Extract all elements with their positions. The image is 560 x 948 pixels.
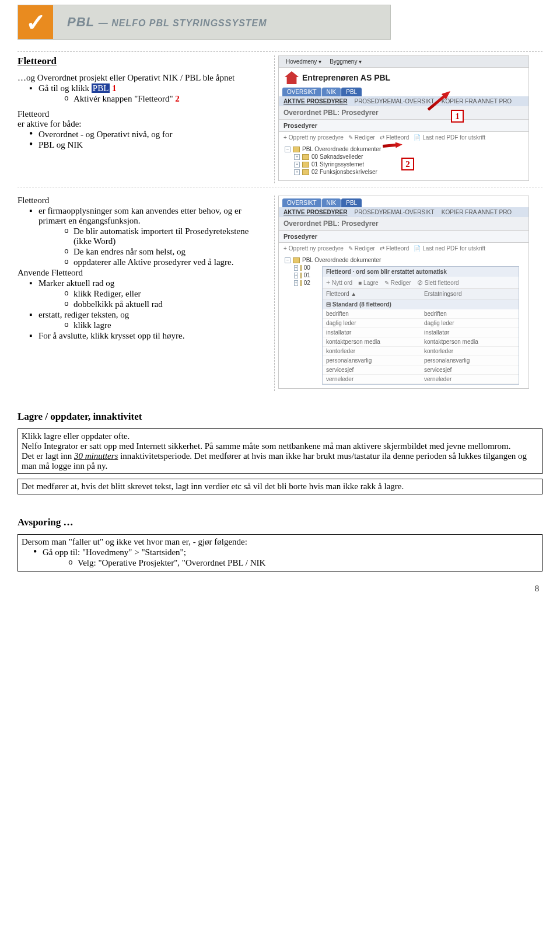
expand-icon[interactable]: + — [294, 169, 300, 175]
table-row[interactable]: kontaktperson mediakontaktperson media — [323, 337, 519, 347]
cell-fletteord: kontorleder — [323, 347, 421, 356]
ss2-toolbar: +Opprett ny prosedyre ✎Rediger ⇄Fletteor… — [279, 243, 528, 254]
table-row[interactable]: vernelederverneleder — [323, 375, 519, 384]
delete-icon: ⊘ — [417, 278, 423, 287]
cell-fletteord: kontaktperson media — [323, 337, 421, 346]
table-row[interactable]: daglig lederdaglig leder — [323, 319, 519, 328]
cell-erstat: personalansvarlig — [421, 356, 519, 365]
ss2-tree-root-label: PBL Overordnede dokumenter — [302, 257, 381, 263]
table-row[interactable]: servicesjefservicesjef — [323, 365, 519, 375]
tab-pbl[interactable]: PBL — [341, 88, 362, 96]
lagre-3: Det er lagt inn 30 minutters innaktivite… — [22, 451, 538, 471]
ss2-sec: Prosedyrer — [279, 230, 528, 243]
ss2-tree-02[interactable]: +02 — [285, 279, 308, 287]
popup-tool-save[interactable]: ■Lagre — [358, 278, 379, 287]
expand-icon[interactable]: + — [294, 154, 300, 160]
expand-icon[interactable]: + — [294, 162, 300, 168]
expand-icon[interactable]: + — [294, 273, 298, 278]
table-row[interactable]: kontorlederkontorleder — [323, 347, 519, 356]
screenshot-2: Oversikt NIK PBL Aktive prosedyrer Prose… — [278, 196, 529, 389]
checkmark-icon: ✓ — [26, 8, 46, 37]
cell-erstat: kontorleder — [421, 347, 519, 356]
ss2-tool-flette[interactable]: ⇄Fletteord — [380, 245, 409, 252]
ss1-tool-edit[interactable]: ✎Rediger — [348, 134, 375, 141]
ss2-subtab-aktive[interactable]: Aktive prosedyrer — [284, 209, 347, 215]
table-row[interactable]: bedriftenbedriften — [323, 309, 519, 319]
popup-tool-edit[interactable]: ✎Rediger — [384, 278, 411, 287]
ss2-tab-pbl[interactable]: PBL — [341, 198, 362, 207]
ss1-tool-new[interactable]: +Opprett ny prosedyre — [284, 134, 344, 141]
col-fletteord[interactable]: Fletteord ▲ — [323, 289, 421, 299]
popup-title: Fletteord · ord som blir erstattet autom… — [323, 267, 519, 277]
ss1-tool-pdf[interactable]: 📄Last ned PDF for utskrift — [414, 134, 485, 141]
red-1: 1 — [112, 83, 117, 93]
popup-tool-delete[interactable]: ⊘Slett fletteord — [417, 278, 459, 287]
ss2-tool-pdf[interactable]: 📄Last ned PDF for utskrift — [414, 245, 485, 252]
marker-2: 2 — [401, 158, 414, 170]
avsporing-heading: Avsporing … — [18, 517, 542, 528]
fletteord-intro-row: Fletteord …og Overordnet prosjekt eller … — [18, 51, 542, 187]
ss2-subtab-kopier[interactable]: Kopier fra annet pro — [442, 209, 512, 215]
table-row[interactable]: installatørinstallatør — [323, 328, 519, 337]
ss2-tool-new-label: Opprett ny prosedyre — [289, 245, 344, 252]
fl-dot-1: Overordnet - og Operativt nivå, og for — [18, 130, 268, 140]
ss1-title: Entreprenøren AS PBL — [302, 73, 390, 82]
banner-logo-box: ✓ — [18, 5, 53, 39]
ss2-tab-oversikt[interactable]: Oversikt — [282, 198, 321, 207]
ss1-tree-root[interactable]: −PBL Overordnede dokumenter — [285, 145, 523, 153]
house-icon — [285, 71, 299, 84]
col-erstat[interactable]: Erstatningsord — [421, 289, 519, 299]
cell-fletteord: daglig leder — [323, 319, 421, 327]
fl3-o3: oppdaterer alle Aktive prosedyrer ved å … — [38, 257, 268, 267]
swap-icon: ⇄ — [380, 134, 384, 141]
cell-erstat: daglig leder — [421, 319, 519, 327]
fl-both: er aktive for både: — [18, 119, 268, 129]
ss2-tree-02-label: 02 — [304, 280, 310, 286]
subtab-mal[interactable]: Prosedyremal-oversikt — [354, 98, 434, 104]
popup-tool-new[interactable]: +Nytt ord — [326, 278, 352, 287]
subtab-aktive[interactable]: Aktive prosedyrer — [284, 98, 347, 104]
ss2-tree-root[interactable]: −PBL Overordnede dokumenter — [285, 256, 523, 264]
ss2-tool-pdf-label: Last ned PDF for utskrift — [422, 245, 485, 252]
folder-icon — [300, 280, 302, 286]
popup-tool-delete-label: Slett fletteord — [425, 280, 459, 286]
folder-icon — [302, 162, 309, 168]
ss2-tree-01[interactable]: +01 — [285, 271, 308, 279]
cell-fletteord: servicesjef — [323, 365, 421, 374]
cell-fletteord: bedriften — [323, 309, 421, 318]
lagre-2: Nelfo Integrator er satt opp med Interne… — [22, 441, 538, 451]
ss2-tree-00[interactable]: +00 — [285, 264, 308, 271]
cell-erstat: servicesjef — [421, 365, 519, 374]
ss2-subtab-mal[interactable]: Prosedyremal-oversikt — [354, 209, 434, 215]
intro-line: …og Overordnet prosjekt eller Operativt … — [18, 73, 268, 83]
red-2: 2 — [175, 94, 180, 103]
ss2-tool-edit[interactable]: ✎Rediger — [348, 245, 375, 252]
collapse-icon[interactable]: − — [285, 147, 290, 152]
lagre-heading: Lagre / oppdater, innaktivitet — [18, 411, 542, 423]
tab-nik[interactable]: NIK — [322, 88, 341, 96]
ss2-tool-new[interactable]: +Opprett ny prosedyre — [284, 245, 344, 252]
ss1-tool-flette[interactable]: ⇄Fletteord — [380, 134, 409, 141]
tab-oversikt[interactable]: Oversikt — [282, 88, 321, 96]
ss2-heading: Overordnet PBL: Prosedyrer — [279, 217, 528, 230]
marker-1: 1 — [451, 110, 464, 123]
popup-tool-new-label: Nytt ord — [332, 280, 352, 286]
lagre-box-1: Klikk lagre eller oppdater ofte. Nelfo I… — [18, 428, 542, 474]
ss1-menubar: Hovedmeny ▾ Byggmeny ▾ — [279, 56, 528, 68]
table-row[interactable]: personalansvarligpersonalansvarlig — [323, 356, 519, 365]
ss1-tree-00-label: 00 Søknadsveileder — [312, 154, 363, 160]
ss1-menu-hoved[interactable]: Hovedmeny ▾ — [282, 58, 325, 65]
expand-icon[interactable]: + — [294, 280, 298, 286]
subtab-kopier[interactable]: Kopier fra annet pro — [442, 98, 512, 104]
fl-dot-2: PBL og NIK — [18, 140, 268, 150]
popup-toolbar: +Nytt ord ■Lagre ✎Rediger ⊘Slett fletteo… — [323, 277, 519, 289]
ss1-menu-bygg[interactable]: Byggmeny ▾ — [326, 58, 365, 65]
collapse-icon[interactable]: − — [285, 257, 290, 263]
expand-icon[interactable]: + — [294, 265, 298, 271]
ss2-tab-nik[interactable]: NIK — [322, 198, 341, 207]
banner-brand: PBL — [67, 15, 94, 29]
fletteord-intro-right: Hovedmeny ▾ Byggmeny ▾ Entreprenøren AS … — [274, 55, 542, 183]
avsporing-box: Dersom man "faller ut" og ikke vet hvor … — [18, 534, 542, 571]
popup-grid-head: Fletteord ▲ Erstatningsord — [323, 289, 519, 299]
anv-b2-text: erstatt, rediger teksten, og — [38, 310, 129, 319]
